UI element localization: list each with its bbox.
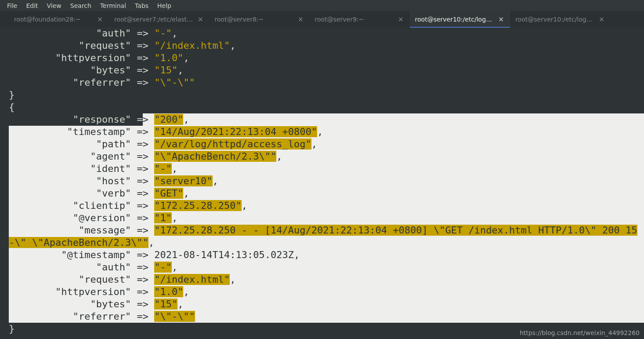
tabbar: root@foundation28:~×root@server7:/etc/el… [0,11,644,27]
terminal-output[interactable]: "auth" => "-", "request" => "/index.html… [9,27,644,339]
close-icon[interactable]: × [598,15,605,23]
close-icon[interactable]: × [197,15,204,23]
menu-file[interactable]: File [3,1,22,11]
menubar: FileEditViewSearchTerminalTabsHelp [0,0,644,11]
tab-label: root@server10:/etc/logs… [515,16,594,23]
menu-terminal[interactable]: Terminal [96,1,130,11]
tab-0[interactable]: root@foundation28:~× [9,11,109,27]
gutter [0,27,9,339]
tab-2[interactable]: root@server8:~× [210,11,310,27]
menu-search[interactable]: Search [66,1,96,11]
tab-4[interactable]: root@server10:/etc/logst…× [410,11,510,27]
tab-label: root@server7:/etc/elasti… [114,16,193,23]
close-icon[interactable]: × [297,15,304,23]
close-icon[interactable]: × [498,15,505,23]
close-icon[interactable]: × [397,15,405,23]
tab-label: root@foundation28:~ [14,16,81,23]
tab-label: root@server9:~ [315,16,364,23]
menu-view[interactable]: View [43,1,66,11]
menu-edit[interactable]: Edit [22,1,42,11]
close-icon[interactable]: × [96,15,104,23]
tab-3[interactable]: root@server9:~× [310,11,410,27]
menu-tabs[interactable]: Tabs [130,1,153,11]
watermark: https://blog.csdn.net/weixin_44992260 [520,329,640,336]
tab-label: root@server10:/etc/logst… [415,16,494,23]
menu-help[interactable]: Help [153,1,176,11]
tab-label: root@server8:~ [215,16,264,23]
tab-1[interactable]: root@server7:/etc/elasti…× [109,11,210,27]
tab-5[interactable]: root@server10:/etc/logs…× [510,11,611,27]
